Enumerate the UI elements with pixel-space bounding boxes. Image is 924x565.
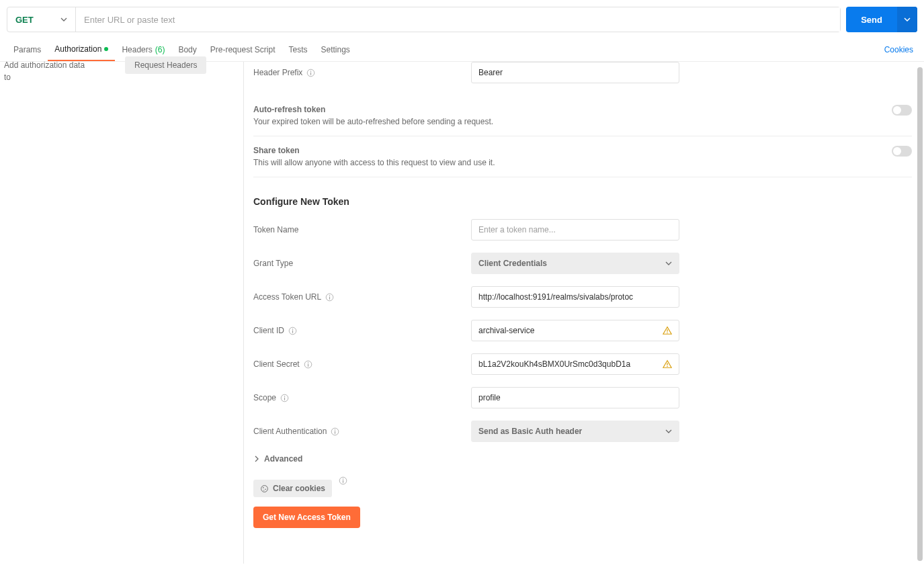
svg-rect-21 (335, 431, 335, 433)
pill-label: Request Headers (134, 60, 197, 70)
share-token-toggle[interactable] (892, 146, 912, 157)
request-headers-pill[interactable]: Request Headers (125, 56, 206, 74)
auto-refresh-row: Auto-refresh token Your expired token wi… (253, 95, 912, 136)
advanced-label: Advanced (264, 454, 302, 464)
chevron-down-icon (665, 260, 672, 267)
send-button-group: Send (846, 7, 917, 32)
cookies-label: Cookies (884, 45, 913, 54)
status-dot-icon (104, 47, 108, 51)
tab-settings[interactable]: Settings (314, 38, 357, 61)
tab-tests[interactable]: Tests (282, 38, 314, 61)
info-icon[interactable] (304, 360, 312, 369)
svg-rect-9 (667, 329, 667, 332)
svg-rect-18 (284, 397, 285, 400)
chevron-down-icon (904, 16, 911, 23)
token-name-input[interactable] (471, 219, 679, 241)
chevron-down-icon (665, 428, 672, 435)
advanced-toggle[interactable]: Advanced (253, 454, 912, 464)
info-icon[interactable] (325, 293, 334, 302)
token-name-label: Token Name (253, 225, 298, 234)
tab-label: Settings (321, 45, 350, 54)
auth-config-panel: Header Prefix Auto-refresh token Your ex… (244, 62, 924, 564)
header-prefix-label: Header Prefix (253, 68, 302, 77)
info-icon[interactable] (331, 427, 339, 436)
info-icon[interactable] (280, 394, 289, 402)
grant-type-select[interactable]: Client Credentials (471, 253, 679, 274)
tab-label: Params (13, 45, 41, 54)
info-icon[interactable] (288, 327, 297, 335)
cookie-icon (260, 484, 269, 493)
client-auth-label: Client Authentication (253, 427, 327, 436)
client-id-input[interactable] (471, 320, 679, 341)
svg-point-1 (310, 71, 311, 71)
send-label: Send (861, 15, 882, 25)
svg-point-22 (261, 485, 268, 492)
clear-cookies-button[interactable]: Clear cookies (253, 480, 332, 497)
svg-point-23 (263, 487, 264, 488)
tab-label: Authorization (54, 44, 101, 54)
get-new-access-token-button[interactable]: Get New Access Token (253, 507, 360, 528)
svg-rect-13 (308, 363, 308, 366)
warning-icon (663, 359, 672, 369)
send-button[interactable]: Send (846, 7, 897, 32)
share-token-row: Share token This will allow anyone with … (253, 136, 912, 177)
svg-point-4 (329, 295, 330, 296)
tab-params[interactable]: Params (7, 38, 48, 61)
grant-type-label: Grant Type (253, 259, 293, 268)
auto-refresh-desc: Your expired token will be auto-refreshe… (253, 117, 892, 126)
svg-rect-5 (329, 296, 330, 299)
info-icon[interactable] (339, 476, 347, 485)
tab-authorization[interactable]: Authorization (48, 38, 115, 61)
svg-rect-14 (667, 363, 667, 365)
svg-rect-2 (310, 72, 311, 75)
access-token-url-input[interactable] (471, 286, 679, 308)
client-id-label: Client ID (253, 326, 284, 335)
share-token-desc: This will allow anyone with access to th… (253, 158, 892, 167)
client-auth-select[interactable]: Send as Basic Auth header (471, 421, 679, 442)
warning-icon (663, 326, 672, 335)
cookies-link[interactable]: Cookies (880, 45, 917, 54)
url-input[interactable] (76, 7, 840, 32)
share-token-title: Share token (253, 146, 892, 155)
send-dropdown-button[interactable] (897, 7, 917, 32)
auto-refresh-title: Auto-refresh token (253, 105, 892, 114)
auth-left-panel: Add authorization data to Request Header… (0, 62, 243, 564)
get-token-label: Get New Access Token (263, 513, 351, 522)
svg-point-20 (335, 429, 335, 430)
select-value: Client Credentials (478, 259, 547, 268)
svg-point-10 (667, 333, 668, 334)
http-method-label: GET (15, 15, 34, 25)
svg-rect-28 (343, 480, 343, 482)
http-method-select[interactable]: GET (7, 7, 76, 32)
svg-point-7 (292, 329, 293, 329)
headers-count: (6) (155, 45, 165, 54)
clear-cookies-label: Clear cookies (273, 484, 325, 493)
select-value: Send as Basic Auth header (478, 427, 582, 436)
scope-label: Scope (253, 393, 276, 402)
scope-input[interactable] (471, 387, 679, 408)
tab-label: Tests (288, 45, 307, 54)
svg-point-24 (265, 488, 266, 490)
url-group: GET (7, 7, 841, 32)
client-secret-label: Client Secret (253, 359, 300, 369)
tab-label: Headers (122, 45, 152, 54)
chevron-right-icon (253, 455, 260, 462)
access-token-url-label: Access Token URL (253, 292, 321, 302)
svg-point-27 (343, 478, 343, 479)
auto-refresh-toggle[interactable] (892, 105, 912, 116)
chevron-down-icon (60, 16, 67, 23)
header-prefix-input[interactable] (471, 62, 679, 83)
svg-rect-8 (292, 330, 293, 333)
configure-token-heading: Configure New Token (253, 196, 912, 207)
svg-point-17 (284, 396, 285, 396)
scrollbar[interactable] (917, 67, 923, 561)
tab-prerequest[interactable]: Pre-request Script (204, 38, 282, 61)
info-icon[interactable] (306, 69, 315, 77)
client-secret-input[interactable] (471, 353, 679, 375)
tab-label: Pre-request Script (210, 45, 276, 54)
svg-point-15 (667, 366, 668, 367)
svg-point-12 (307, 362, 308, 363)
svg-point-25 (263, 490, 264, 490)
tab-label: Body (178, 45, 196, 54)
